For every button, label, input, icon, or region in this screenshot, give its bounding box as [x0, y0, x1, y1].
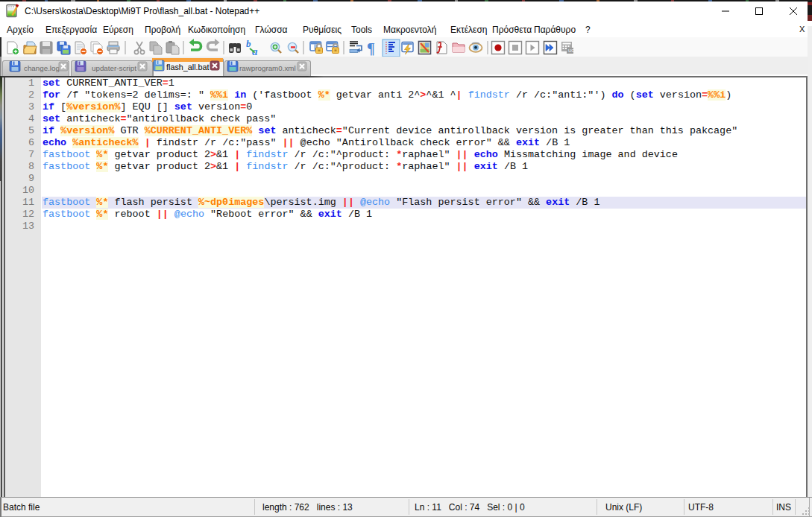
svg-text:¶: ¶: [367, 40, 375, 57]
svg-text:b: b: [246, 38, 251, 49]
svg-text:UC: UC: [568, 48, 575, 53]
